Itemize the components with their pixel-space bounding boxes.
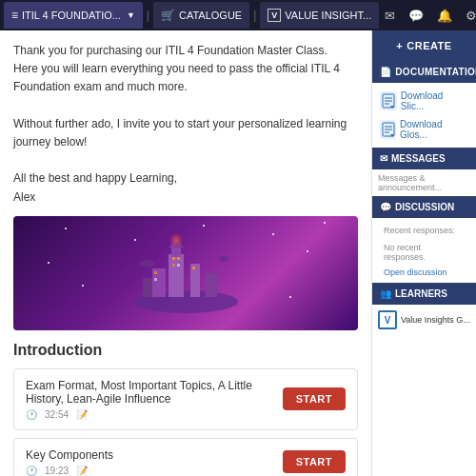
star [203,225,205,227]
create-label: CREATE [407,40,451,51]
itil-icon: ≡ [11,9,18,22]
messages-icon: ✉ [380,153,387,164]
start-button-2[interactable]: START [283,450,346,473]
right-sidebar: + CREATE 📄 DOCUMENTATION [371,30,476,476]
star [307,250,308,252]
download-gloss-label: Download Glos... [400,119,468,140]
documentation-header[interactable]: 📄 DOCUMENTATION [372,61,476,83]
doc-links: Download Slic... Download Glos... [372,83,476,148]
messages-section: ✉ MESSAGES Messages & announcement... [372,148,476,196]
email-icon[interactable]: ✉ [381,7,399,25]
star [289,296,291,298]
introduction-title: Introduction [13,342,358,359]
main-layout: Thank you for purchasing our ITIL 4 Foun… [0,30,476,476]
welcome-line1: Thank you for purchasing our ITIL 4 Foun… [13,42,358,60]
top-navigation: ≡ ITIL 4 FOUNDATIO... ▼ | 🛒 CATALOGUE | … [0,0,476,30]
course-item-2-meta: 🕐 19:23 📝 [26,466,283,476]
learners-icon: 👥 [380,288,391,299]
v-logo: V [378,310,397,329]
course-item-2-info: Key Components 🕐 19:23 📝 [26,448,283,476]
documentation-label: DOCUMENTATION [395,67,476,77]
welcome-line3: Without further ado, I invite you to sta… [13,115,358,151]
gloss-icon [380,120,396,139]
value-icon: V [268,9,281,22]
discussion-section: 💬 DISCUSSION Recent responses: No recent… [372,196,476,283]
messages-content: Messages & announcement... [372,169,476,196]
download-gloss-link[interactable]: Download Glos... [376,115,472,144]
learners-label: LEARNERS [395,288,447,299]
messages-header[interactable]: ✉ MESSAGES [372,148,476,169]
welcome-line5: Alex [13,188,358,207]
welcome-line4: All the best and happy Learning, [13,169,358,188]
learners-header[interactable]: 👥 LEARNERS [372,283,476,305]
value-tab-label: VALUE INSIGHT... [285,10,371,21]
discussion-content: Recent responses: No recent responses. O… [372,218,476,283]
chat-icon[interactable]: 💬 [405,7,427,25]
doc-icon: 📄 [380,67,391,77]
left-content-area: Thank you for purchasing our ITIL 4 Foun… [0,30,371,476]
course-item-1-duration: 32:54 [45,409,69,420]
no-recent-text: No recent responses. [378,239,470,266]
course-image [13,216,358,330]
messages-label: MESSAGES [391,153,446,164]
discussion-header[interactable]: 💬 DISCUSSION [372,196,476,218]
stars-background [13,216,358,330]
course-item-2: Key Components 🕐 19:23 📝 START [13,438,358,476]
star [48,262,50,264]
discussion-icon: 💬 [380,202,391,212]
welcome-line2: Here you will learn everything you need … [13,60,358,96]
settings-icon[interactable]: ⚙ [462,7,476,25]
welcome-text: Thank you for purchasing our ITIL 4 Foun… [13,42,358,207]
clock-icon-1: 🕐 [26,409,37,420]
itil-tab-label: ITIL 4 FOUNDATIO... [22,10,121,21]
star [82,285,84,287]
note-icon-2: 📝 [76,466,88,476]
download-slides-link[interactable]: Download Slic... [376,87,472,115]
nav-divider-2: | [251,9,258,22]
plus-icon: + [396,40,403,51]
bottom-logo: V Value Insights G... [372,305,476,335]
start-button-1[interactable]: START [283,387,346,410]
star [324,222,326,224]
bottom-logo-text: Value Insights G... [401,315,470,325]
clock-icon-2: 🕐 [26,466,37,476]
nav-divider-1: | [145,9,151,22]
course-item-2-duration: 19:23 [45,466,69,476]
bell-icon[interactable]: 🔔 [433,7,456,25]
itil-tab[interactable]: ≡ ITIL 4 FOUNDATIO... ▼ [4,2,143,29]
catalogue-icon: 🛒 [161,9,175,22]
value-insight-tab[interactable]: V VALUE INSIGHT... [260,2,379,29]
slides-icon [380,91,397,110]
learners-section: 👥 LEARNERS [372,283,476,305]
course-item-1: Exam Format, Most Important Topics, A Li… [13,368,358,430]
star [272,233,274,235]
course-item-2-title: Key Components [26,448,283,462]
recent-responses-label: Recent responses: [378,222,470,239]
star [134,239,136,241]
star [65,228,67,229]
create-button[interactable]: + CREATE [372,30,476,61]
open-discussion-link[interactable]: Open discussion [378,266,470,279]
catalogue-tab-label: CATALOGUE [179,10,242,21]
nav-icon-group: ✉ 💬 🔔 ⚙ [381,7,476,25]
note-icon-1: 📝 [76,409,88,420]
documentation-section: 📄 DOCUMENTATION Download Slic... [372,61,476,148]
course-item-1-title: Exam Format, Most Important Topics, A Li… [26,379,283,406]
discussion-label: DISCUSSION [395,202,454,212]
itil-tab-chevron: ▼ [127,10,135,20]
catalogue-tab[interactable]: 🛒 CATALOGUE [153,2,249,29]
download-slides-label: Download Slic... [401,90,468,111]
course-item-1-info: Exam Format, Most Important Topics, A Li… [26,379,283,420]
course-item-1-meta: 🕐 32:54 📝 [26,409,283,420]
